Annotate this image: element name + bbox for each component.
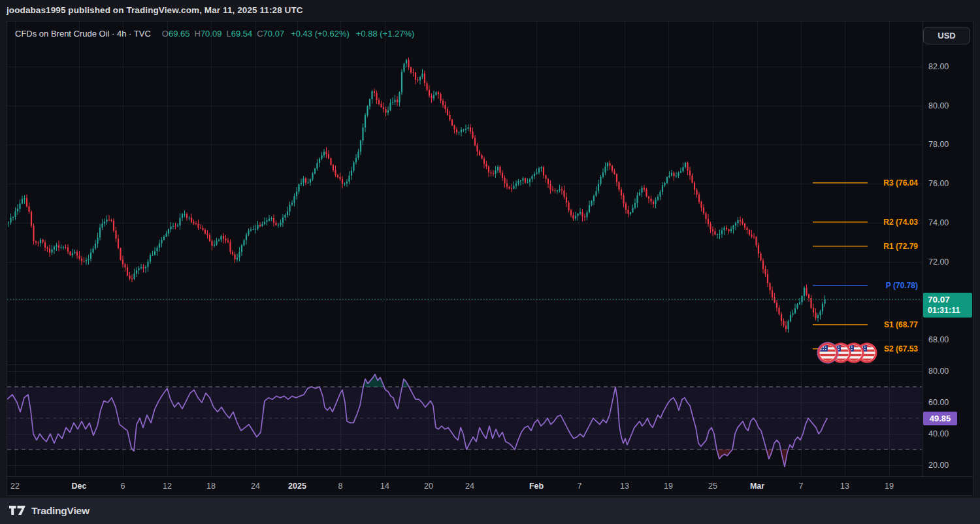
bar-countdown: 01:31:11 (928, 305, 972, 316)
time-axis-label: 22 (10, 482, 20, 491)
time-axis-label: Feb (529, 482, 544, 491)
price-axis-label: 72.00 (928, 257, 949, 267)
rsi-value-badge: 49.85 (923, 412, 957, 425)
time-axis-label: 8 (338, 482, 343, 491)
pivot-label-R3: R3 (76.04 (883, 178, 918, 188)
attribution-bar: joodabas1995 published on TradingView.co… (0, 0, 980, 20)
time-axis-label: Dec (72, 482, 87, 491)
time-axis-label: 2025 (288, 482, 306, 491)
time-axis-label: 6 (121, 482, 125, 491)
us-flag-event-icon[interactable] (817, 342, 838, 363)
last-price-badge: 70.07 01:31:11 (923, 293, 972, 318)
pivot-label-S2: S2 (67.53 (884, 344, 918, 353)
time-axis-label: 7 (578, 482, 582, 491)
pivot-label-P: P (70.78) (886, 281, 918, 290)
time-axis-label: 7 (799, 482, 804, 491)
ohlc-high-value: 70.09 (201, 29, 222, 39)
pivot-label-R1: R1 (72.79 (883, 242, 918, 251)
ohlc-open-value: 69.65 (169, 29, 190, 39)
attribution-text: joodabas1995 published on TradingView.co… (7, 5, 303, 15)
time-axis-label: 24 (465, 482, 474, 491)
chart-widget: CFDs on Brent Crude Oil · 4h · TVCO69.65… (7, 21, 973, 496)
price-axis[interactable]: 70.07 01:31:11 49.85 82.0080.0078.0076.0… (922, 22, 973, 476)
time-axis-label: 25 (708, 482, 717, 491)
price-axis-label: 80.00 (928, 101, 949, 110)
time-axis-label: 19 (885, 482, 894, 491)
change-value: +0.43 (+0.62%) (291, 29, 350, 39)
tradingview-logo-icon[interactable] (9, 506, 26, 516)
rsi-axis-label: 80.00 (928, 367, 949, 376)
ohlc-high-label: H (195, 29, 201, 39)
extended-change-value: +0.88 (+1.27%) (356, 29, 415, 39)
rsi-axis-label: 60.00 (928, 398, 949, 407)
tradingview-brand-text[interactable]: TradingView (31, 505, 90, 517)
economic-event-flags (817, 342, 876, 363)
time-axis-label: Mar (750, 482, 764, 491)
time-axis-label: 18 (206, 482, 216, 491)
time-axis-label: 20 (424, 482, 433, 491)
time-axis-label: 19 (664, 482, 673, 491)
ohlc-close-label: C (257, 29, 263, 39)
price-axis-label: 68.00 (928, 335, 949, 344)
price-axis-label: 76.00 (928, 179, 949, 188)
time-axis-label: 13 (840, 482, 849, 491)
time-axis-label: 14 (380, 482, 389, 491)
time-axis-label: 24 (251, 482, 260, 491)
ohlc-open-label: O (162, 29, 169, 39)
ohlc-low-label: L (226, 29, 231, 39)
rsi-axis-label: 20.00 (928, 461, 949, 470)
last-price-value: 70.07 (928, 294, 972, 305)
pivot-label-R2: R2 (74.03 (883, 218, 918, 227)
rsi-axis-label: 40.00 (928, 429, 949, 438)
price-axis-label: 78.00 (928, 140, 949, 149)
symbol-title[interactable]: CFDs on Brent Crude Oil · 4h · TVC (15, 29, 151, 39)
time-axis[interactable]: 22Dec612182420258142024Feb7131925Mar7131… (7, 476, 973, 496)
time-axis-label: 12 (163, 482, 172, 491)
price-axis-label: 82.00 (928, 62, 949, 71)
chart-canvas[interactable] (7, 22, 922, 476)
brand-bar: TradingView (0, 498, 980, 524)
ohlc-low-value: 69.54 (231, 29, 253, 39)
time-axis-label: 13 (620, 482, 629, 491)
ohlc-close-value: 70.07 (263, 29, 285, 39)
symbol-legend: CFDs on Brent Crude Oil · 4h · TVCO69.65… (15, 29, 414, 41)
pivot-label-S1: S1 (68.77 (884, 320, 918, 329)
currency-usd-button[interactable]: USD (923, 27, 970, 44)
price-axis-label: 74.00 (928, 218, 949, 227)
